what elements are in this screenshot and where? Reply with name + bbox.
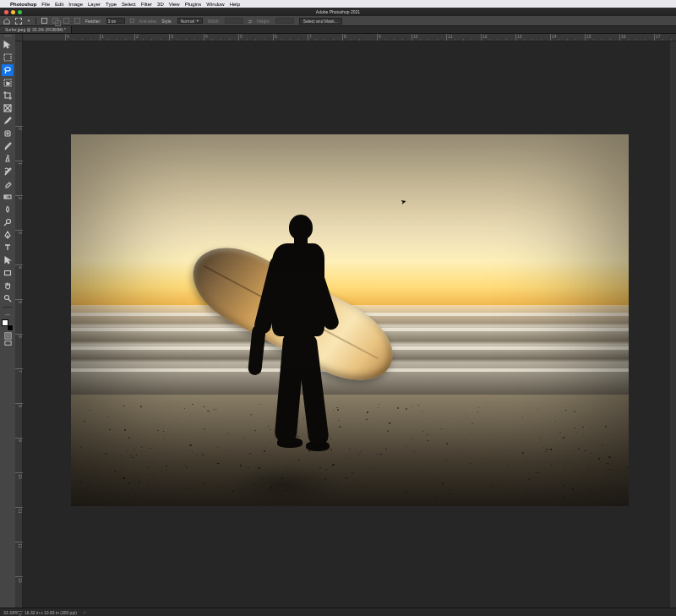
document-info[interactable]: 16.32 in x 10.83 in (300 ppi) (25, 610, 77, 615)
feather-label: Feather: (85, 19, 101, 24)
menu-window[interactable]: Window (206, 2, 224, 7)
options-bar: ▼ Feather: Anti-alias Style: Normal▼ Wid… (0, 16, 676, 26)
history-brush-tool[interactable] (2, 166, 14, 177)
window-title: Adobe Photoshop 2021 (316, 9, 360, 14)
svg-rect-16 (4, 341, 10, 345)
menu-help[interactable]: Help (230, 2, 240, 7)
object-selection-tool[interactable] (2, 77, 14, 89)
window-controls (4, 10, 22, 14)
status-bar: 33.33% 16.32 in x 10.83 in (300 ppi) > (0, 608, 676, 616)
dodge-tool[interactable] (2, 216, 14, 228)
menu-filter[interactable]: Filter (141, 2, 152, 7)
menu-view[interactable]: View (169, 2, 180, 7)
zoom-tool[interactable] (2, 292, 14, 304)
selection-mode-add-icon[interactable] (52, 18, 58, 24)
tool-preset-dropdown-icon[interactable]: ▼ (27, 19, 30, 23)
lasso-tool[interactable] (2, 64, 14, 76)
canvas-area: 01234567891011121314151617 0123456789101… (15, 34, 676, 608)
crop-tool[interactable] (2, 90, 14, 101)
width-label: Width: (208, 19, 220, 24)
antialias-checkbox[interactable] (130, 19, 134, 23)
panel-grip-icon[interactable] (1, 35, 14, 38)
document-image[interactable]: ➤ (71, 134, 629, 506)
screen-mode-icon[interactable] (2, 340, 14, 346)
menu-layer[interactable]: Layer (88, 2, 101, 7)
edit-toolbar-icon[interactable]: ⋯ (2, 310, 14, 317)
height-input (275, 18, 294, 24)
menu-select[interactable]: Select (122, 2, 136, 7)
frame-tool[interactable] (2, 102, 14, 114)
svg-line-10 (4, 223, 7, 226)
menu-type[interactable]: Type (106, 2, 117, 7)
svg-point-12 (5, 296, 9, 300)
close-window-button[interactable] (4, 10, 8, 14)
path-selection-tool[interactable] (2, 254, 14, 266)
document-tab-active[interactable]: Surfer.jpeg @ 33.3% (RGB/8#) * (0, 26, 72, 33)
select-and-mask-button[interactable]: Select and Mask... (299, 18, 342, 25)
window-title-bar: Adobe Photoshop 2021 (0, 8, 676, 16)
svg-rect-0 (4, 54, 11, 61)
svg-rect-8 (4, 195, 11, 199)
brush-tool[interactable] (2, 140, 14, 152)
move-tool[interactable] (2, 39, 14, 51)
eraser-tool[interactable] (2, 178, 14, 190)
pen-tool[interactable] (2, 229, 14, 241)
style-dropdown[interactable]: Normal▼ (177, 18, 203, 24)
style-label: Style: (161, 19, 172, 24)
rectangle-tool[interactable] (2, 267, 14, 279)
zoom-window-button[interactable] (18, 10, 22, 14)
home-icon[interactable] (3, 18, 10, 25)
antialias-label: Anti-alias (139, 19, 157, 24)
swap-dims-icon: ⇄ (248, 19, 252, 24)
document-tabs: Surfer.jpeg @ 33.3% (RGB/8#) * (0, 26, 676, 34)
vertical-ruler[interactable]: 01234567891011121314 (15, 41, 23, 608)
gradient-tool[interactable] (2, 191, 14, 203)
app-menu[interactable]: Photoshop (10, 2, 36, 7)
width-input (225, 18, 243, 24)
lasso-tool-icon[interactable] (15, 18, 22, 25)
menu-file[interactable]: File (41, 2, 50, 7)
cursor-icon: ➤ (399, 197, 406, 206)
quick-mask-icon[interactable] (2, 332, 14, 339)
selection-mode-intersect-icon[interactable] (74, 18, 80, 24)
spot-healing-tool[interactable] (2, 128, 14, 139)
svg-rect-14 (4, 332, 10, 338)
selection-mode-subtract-icon[interactable] (63, 18, 69, 24)
selection-mode-new-icon[interactable] (41, 18, 47, 24)
macos-menu-bar: Photoshop File Edit Image Layer Type Sel… (0, 0, 676, 8)
vertical-scrollbar[interactable] (670, 41, 676, 608)
menu-image[interactable]: Image (68, 2, 83, 7)
foreground-color-swatch[interactable] (2, 319, 8, 326)
blur-tool[interactable] (2, 204, 14, 215)
svg-point-15 (6, 334, 9, 337)
svg-rect-11 (5, 271, 11, 275)
image-surfer-silhouette (215, 215, 350, 485)
menu-3d[interactable]: 3D (157, 2, 164, 7)
image-beach (71, 395, 629, 506)
clone-stamp-tool[interactable] (2, 153, 14, 165)
tools-panel: ⋯ (0, 34, 15, 608)
divider (3, 307, 13, 308)
status-flyout-icon[interactable]: > (84, 610, 85, 614)
height-label: Height: (257, 19, 270, 24)
svg-point-9 (7, 220, 11, 224)
color-swatches[interactable] (2, 319, 14, 331)
eyedropper-tool[interactable] (2, 115, 14, 127)
menu-plugins[interactable]: Plugins (185, 2, 202, 7)
hand-tool[interactable] (2, 280, 14, 292)
marquee-tool[interactable] (2, 52, 14, 63)
minimize-window-button[interactable] (11, 10, 15, 14)
svg-line-13 (8, 299, 11, 302)
menu-edit[interactable]: Edit (55, 2, 63, 7)
feather-input[interactable] (106, 18, 125, 24)
horizontal-ruler[interactable]: 01234567891011121314151617 (15, 34, 676, 41)
type-tool[interactable] (2, 242, 14, 253)
canvas-stage[interactable]: ➤ (23, 41, 676, 608)
